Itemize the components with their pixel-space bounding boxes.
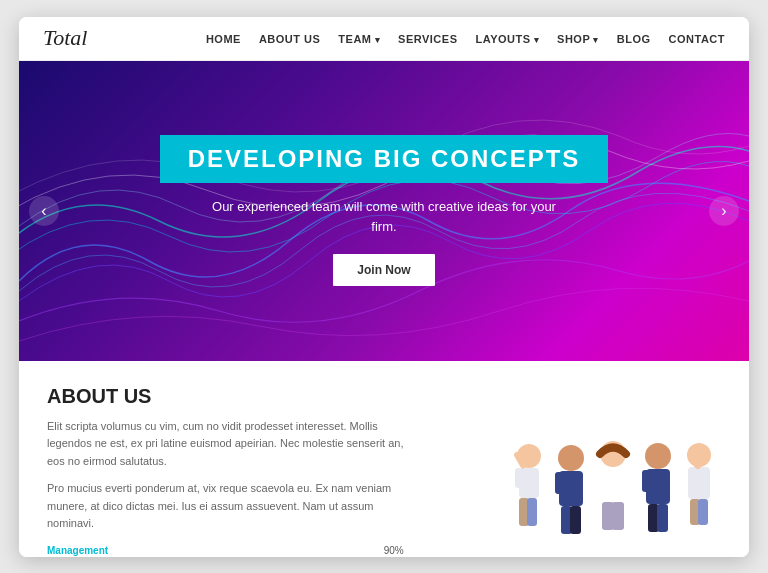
nav-link-contact[interactable]: CONTACT <box>669 33 725 45</box>
svg-rect-21 <box>642 470 651 492</box>
nav-link-home[interactable]: HOME <box>206 33 241 45</box>
hero-content: DEVELOPING BIG CONCEPTS Our experienced … <box>160 135 609 286</box>
svg-rect-15 <box>596 467 605 489</box>
nav-link-shop[interactable]: SHOP <box>557 33 599 45</box>
hero-next-button[interactable]: › <box>709 196 739 226</box>
progress-section: Management 90% <box>47 545 404 556</box>
about-left: ABOUT US Elit scripta volumus cu vim, cu… <box>47 385 404 557</box>
hero-title: DEVELOPING BIG CONCEPTS <box>188 145 581 173</box>
nav-link-blog[interactable]: BLOG <box>617 33 651 45</box>
progress-percent-label: 90% <box>384 545 404 556</box>
nav-item-home[interactable]: HOME <box>206 29 241 47</box>
hero-prev-button[interactable]: ‹ <box>29 196 59 226</box>
browser-window: Total HOME ABOUT US TEAM SERVICES LAYOUT… <box>19 17 749 557</box>
svg-rect-18 <box>612 502 624 530</box>
svg-point-7 <box>558 445 584 471</box>
about-section: ABOUT US Elit scripta volumus cu vim, cu… <box>19 361 749 557</box>
about-title: ABOUT US <box>47 385 404 408</box>
nav-item-shop[interactable]: SHOP <box>557 29 599 47</box>
about-paragraph-1: Elit scripta volumus cu vim, cum no vidi… <box>47 418 404 471</box>
nav-link-team[interactable]: TEAM <box>338 33 380 45</box>
about-paragraph-2: Pro mucius everti ponderum at, vix reque… <box>47 480 404 533</box>
about-right <box>424 385 721 557</box>
hero-title-box: DEVELOPING BIG CONCEPTS <box>160 135 609 183</box>
nav-item-services[interactable]: SERVICES <box>398 29 457 47</box>
svg-rect-16 <box>611 467 620 489</box>
svg-rect-22 <box>655 470 664 492</box>
hero-cta-button[interactable]: Join Now <box>333 254 434 286</box>
svg-point-19 <box>645 443 671 469</box>
svg-rect-29 <box>698 499 708 525</box>
svg-rect-24 <box>657 504 668 532</box>
svg-rect-10 <box>562 471 571 493</box>
nav-item-blog[interactable]: BLOG <box>617 29 651 47</box>
svg-rect-6 <box>527 498 537 526</box>
svg-rect-12 <box>570 506 581 534</box>
progress-label: Management <box>47 545 108 556</box>
nav-item-team[interactable]: TEAM <box>338 29 380 47</box>
nav-link-services[interactable]: SERVICES <box>398 33 457 45</box>
progress-label-row: Management 90% <box>47 545 404 556</box>
nav-item-about[interactable]: ABOUT US <box>259 29 320 47</box>
hero-subtitle: Our experienced team will come with crea… <box>160 197 609 236</box>
nav-links: HOME ABOUT US TEAM SERVICES LAYOUTS SHOP… <box>206 29 725 47</box>
site-logo[interactable]: Total <box>43 25 206 51</box>
nav-item-layouts[interactable]: LAYOUTS <box>475 29 539 47</box>
svg-rect-26 <box>688 467 710 499</box>
svg-rect-2 <box>515 468 523 488</box>
people-illustration <box>501 426 721 556</box>
nav-link-layouts[interactable]: LAYOUTS <box>475 33 539 45</box>
hero-section: ‹ DEVELOPING BIG CONCEPTS Our experience… <box>19 61 749 361</box>
nav-link-about[interactable]: ABOUT US <box>259 33 320 45</box>
svg-rect-3 <box>527 468 535 488</box>
navbar: Total HOME ABOUT US TEAM SERVICES LAYOUT… <box>19 17 749 61</box>
nav-item-contact[interactable]: CONTACT <box>669 29 725 47</box>
